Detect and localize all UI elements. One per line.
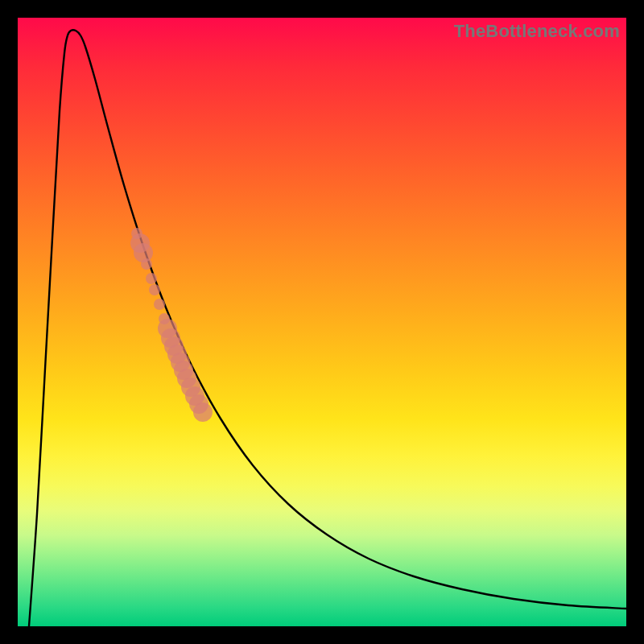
data-marker	[154, 299, 165, 310]
data-marker	[141, 258, 152, 270]
data-marker	[149, 284, 160, 295]
plot-area: TheBottleneck.com	[18, 18, 626, 626]
chart-frame: TheBottleneck.com	[0, 0, 644, 644]
data-marker	[146, 273, 157, 284]
data-marker	[193, 402, 213, 422]
curve-layer	[18, 18, 626, 626]
bottleneck-curve	[29, 30, 626, 626]
marker-group	[130, 228, 213, 422]
